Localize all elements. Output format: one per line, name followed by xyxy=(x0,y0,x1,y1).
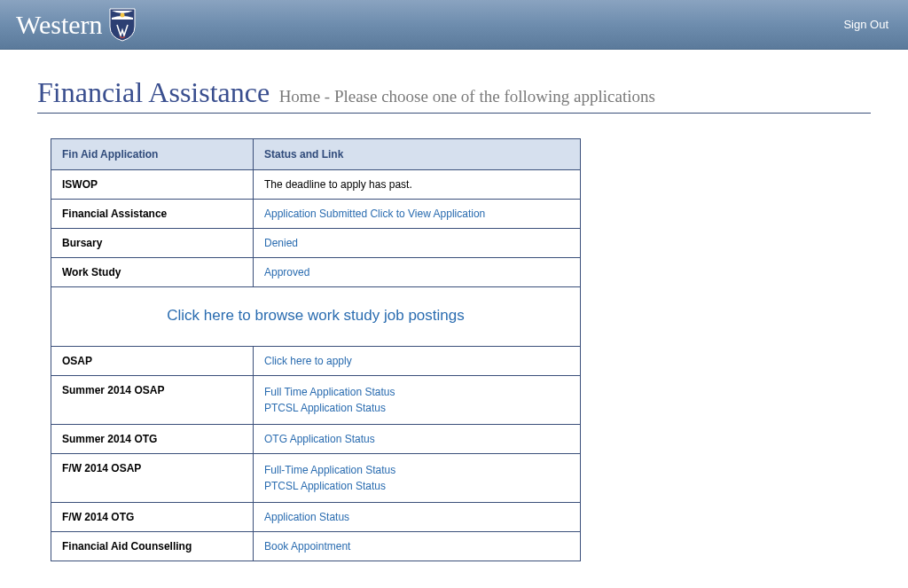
status-link[interactable]: Application Submitted Click to View Appl… xyxy=(264,208,485,220)
page-title-row: Financial Assistance Home - Please choos… xyxy=(37,76,871,114)
row-label: Work Study xyxy=(51,258,254,287)
fin-aid-table: Fin Aid Application Status and Link ISWO… xyxy=(51,138,581,561)
row-status: Approved xyxy=(254,258,581,287)
svg-point-0 xyxy=(120,12,124,17)
status-link[interactable]: Approved xyxy=(264,266,309,278)
row-status: Full Time Application StatusPTCSL Applic… xyxy=(254,376,581,425)
status-link[interactable]: Full Time Application Status xyxy=(264,384,569,400)
sign-out-link[interactable]: Sign Out xyxy=(843,18,888,31)
work-study-postings-link[interactable]: Click here to browse work study job post… xyxy=(167,307,464,324)
row-label: Summer 2014 OTG xyxy=(51,425,254,454)
row-label: ISWOP xyxy=(51,170,254,200)
row-status: The deadline to apply has past. xyxy=(254,170,581,200)
table-row: Work StudyApproved xyxy=(51,258,581,287)
table-row: Summer 2014 OTGOTG Application Status xyxy=(51,425,581,454)
app-header: Western Sign Out xyxy=(0,0,908,50)
table-row: BursaryDenied xyxy=(51,229,581,258)
page-subtitle: Home - Please choose one of the followin… xyxy=(279,87,655,106)
row-label: Bursary xyxy=(51,229,254,258)
row-label: F/W 2014 OSAP xyxy=(51,454,254,503)
status-link[interactable]: Denied xyxy=(264,237,298,249)
col-header-status: Status and Link xyxy=(254,139,581,170)
status-link[interactable]: Book Appointment xyxy=(264,540,350,553)
status-link[interactable]: Click here to apply xyxy=(264,355,352,367)
table-row: F/W 2014 OSAPFull-Time Application Statu… xyxy=(51,454,581,503)
table-row: ISWOPThe deadline to apply has past. xyxy=(51,170,581,200)
row-status: Denied xyxy=(254,229,581,258)
status-link[interactable]: PTCSL Application Status xyxy=(264,478,569,494)
row-label: Summer 2014 OSAP xyxy=(51,376,254,425)
row-label: F/W 2014 OTG xyxy=(51,503,254,532)
table-row: Summer 2014 OSAPFull Time Application St… xyxy=(51,376,581,425)
brand-text: Western xyxy=(16,10,103,40)
col-header-application: Fin Aid Application xyxy=(51,139,254,170)
row-status: Application Status xyxy=(254,503,581,532)
content: Financial Assistance Home - Please choos… xyxy=(0,50,908,588)
status-text: The deadline to apply has past. xyxy=(264,178,412,191)
table-row: F/W 2014 OTGApplication Status xyxy=(51,503,581,532)
table-row: Financial Aid CounsellingBook Appointmen… xyxy=(51,532,581,561)
crest-icon xyxy=(108,7,137,43)
row-status: Application Submitted Click to View Appl… xyxy=(254,200,581,229)
row-status: Click here to apply xyxy=(254,347,581,376)
row-label: Financial Assistance xyxy=(51,200,254,229)
table-row: Financial AssistanceApplication Submitte… xyxy=(51,200,581,229)
row-status: Full-Time Application StatusPTCSL Applic… xyxy=(254,454,581,503)
brand: Western xyxy=(16,7,137,43)
status-link[interactable]: Application Status xyxy=(264,511,349,523)
status-link[interactable]: OTG Application Status xyxy=(264,433,375,445)
status-link[interactable]: PTCSL Application Status xyxy=(264,400,569,416)
row-status: Book Appointment xyxy=(254,532,581,561)
row-label: Financial Aid Counselling xyxy=(51,532,254,561)
row-status: OTG Application Status xyxy=(254,425,581,454)
status-link[interactable]: Full-Time Application Status xyxy=(264,462,569,478)
page-title: Financial Assistance xyxy=(37,76,270,108)
row-label: OSAP xyxy=(51,347,254,376)
banner-cell: Click here to browse work study job post… xyxy=(51,287,581,347)
table-row: OSAPClick here to apply xyxy=(51,347,581,376)
